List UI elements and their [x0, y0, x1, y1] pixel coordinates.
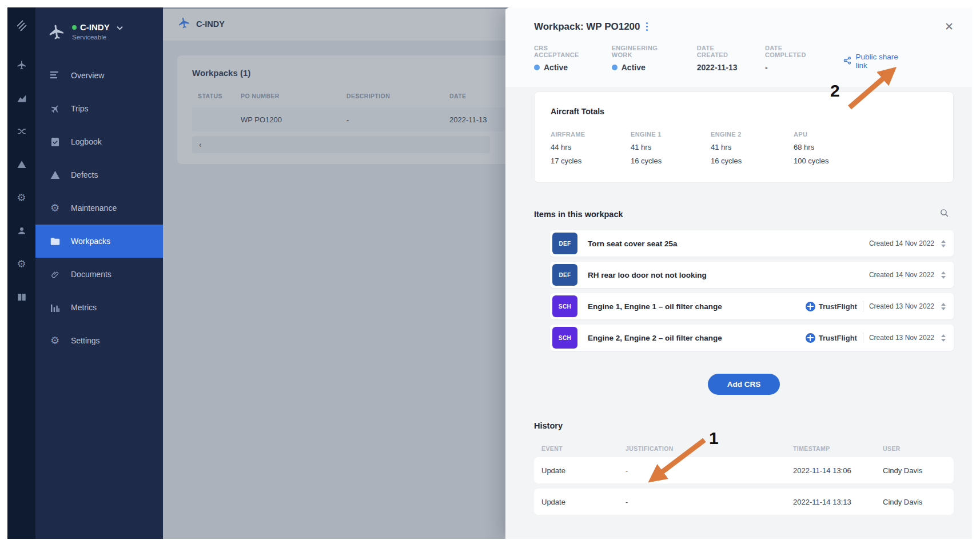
cell-user: Cindy Davis — [883, 498, 954, 506]
sidebar-nav: Overview Trips Logbook Defects ⚙ Mainten… — [35, 59, 163, 357]
cell-user: Cindy Davis — [883, 466, 954, 475]
aircraft-icon[interactable] — [17, 59, 27, 71]
active-dot — [534, 65, 540, 70]
item-created: Created 14 Nov 2022 — [869, 271, 934, 279]
aircraft-totals-title: Aircraft Totals — [551, 107, 937, 116]
divider — [863, 333, 863, 343]
sidebar-item-defects[interactable]: Defects — [35, 158, 163, 191]
people-icon[interactable] — [17, 225, 27, 237]
trustflight-plus-icon — [806, 333, 815, 343]
icon-rail: ⚙ ⚙ — [7, 7, 35, 539]
cell-po-number: WP PO1200 — [235, 115, 341, 124]
sidebar-item-logbook[interactable]: Logbook — [35, 125, 163, 158]
serviceable-dot — [72, 25, 77, 30]
cell-event: Update — [541, 466, 626, 475]
main-content: C-INDY Workpacks (1) STATUS PO NUMBER DE… — [163, 7, 505, 539]
workpack-item-row[interactable]: SCH Engine 2, Engine 2 – oil filter chan… — [550, 325, 954, 351]
scheduled-badge: SCH — [552, 295, 577, 317]
item-created: Created 13 Nov 2022 — [869, 302, 934, 310]
workpack-drawer: Workpack: WP PO1200 ✕ CRS ACCEPTANCE Act… — [505, 7, 972, 539]
reorder-chevrons-icon[interactable] — [940, 302, 947, 311]
sidebar-item-maintenance[interactable]: ⚙ Maintenance — [35, 191, 163, 225]
cell-description: - — [341, 115, 444, 124]
sidebar-item-label: Metrics — [71, 303, 97, 312]
public-share-link[interactable]: Public share link — [843, 53, 909, 70]
reorder-chevrons-icon[interactable] — [940, 239, 947, 249]
reorder-chevrons-icon[interactable] — [940, 270, 947, 280]
workpacks-table-header: STATUS PO NUMBER DESCRIPTION DATE — [192, 93, 505, 99]
col-po-number: PO NUMBER — [235, 93, 341, 99]
aircraft-name: C-INDY — [80, 22, 110, 32]
items-section-title: Items in this workpack — [534, 210, 623, 219]
sidebar-item-settings[interactable]: ⚙ Settings — [35, 324, 163, 357]
cell-justification: - — [626, 498, 793, 506]
sidebar-item-label: Defects — [71, 170, 98, 179]
aircraft-totals-card: Aircraft Totals AIRFRAME 44 hrs 17 cycle… — [534, 91, 954, 183]
totals-airframe: AIRFRAME 44 hrs 17 cycles — [551, 131, 631, 165]
trustflight-chip: TrustFlight — [806, 333, 857, 343]
performance-chart-icon[interactable] — [17, 92, 27, 104]
settings-icon: ⚙ — [49, 335, 61, 346]
sidebar-item-trips[interactable]: Trips — [35, 92, 163, 125]
sidebar-item-workpacks[interactable]: Workpacks — [35, 225, 163, 258]
warning-triangle-icon[interactable] — [17, 158, 27, 170]
pagination-prev-button[interactable]: ‹ — [192, 136, 490, 153]
search-icon[interactable] — [939, 208, 949, 220]
col-status: STATUS — [192, 93, 235, 99]
stat-engineering-work: ENGINEERING WORK Active — [612, 45, 676, 72]
sidebar-item-overview[interactable]: Overview — [35, 59, 163, 92]
shuffle-icon[interactable] — [17, 125, 27, 137]
kebab-menu-icon[interactable] — [646, 22, 648, 31]
aircraft-selector[interactable]: C-INDY Serviceable — [35, 7, 163, 43]
scheduled-badge: SCH — [552, 327, 577, 349]
active-dot — [612, 65, 618, 70]
item-title: Engine 1, Engine 1 – oil filter change — [588, 302, 722, 311]
totals-engine2: ENGINE 2 41 hrs 16 cycles — [711, 131, 794, 165]
item-title: Engine 2, Engine 2 – oil filter change — [588, 334, 722, 342]
reorder-chevrons-icon[interactable] — [940, 333, 947, 343]
col-description: DESCRIPTION — [341, 93, 444, 99]
stat-crs-acceptance: CRS ACCEPTANCE Active — [534, 45, 591, 72]
col-event: EVENT — [541, 445, 626, 452]
header-plane-icon — [177, 15, 192, 32]
chevron-down-icon — [117, 22, 123, 32]
workpack-table-row[interactable]: WP PO1200 - 2022-11-13 — [192, 107, 505, 131]
sidebar-item-label: Trips — [71, 104, 89, 113]
defects-warning-icon — [49, 170, 61, 179]
close-icon[interactable]: ✕ — [945, 20, 954, 33]
sidebar-item-documents[interactable]: Documents — [35, 258, 163, 291]
workpack-items-list: DEF Torn seat cover seat 25a Created 14 … — [534, 230, 954, 351]
workpack-item-row[interactable]: SCH Engine 1, Engine 1 – oil filter chan… — [550, 293, 954, 319]
col-justification: JUSTIFICATION — [626, 445, 793, 452]
logbook-icon — [49, 137, 61, 147]
maintenance-gear-icon[interactable]: ⚙ — [17, 191, 26, 203]
history-row: Update - 2022-11-14 13:06 Cindy Davis — [534, 457, 954, 483]
history-section: History EVENT JUSTIFICATION TIMESTAMP US… — [534, 421, 954, 515]
workpacks-folder-icon — [49, 237, 61, 246]
defect-badge: DEF — [552, 264, 577, 286]
col-date: DATE — [444, 93, 505, 99]
sidebar-item-label: Overview — [71, 71, 104, 80]
sidebar-item-label: Logbook — [71, 137, 102, 146]
sidebar-item-label: Settings — [71, 336, 100, 345]
add-crs-button[interactable]: Add CRS — [708, 374, 780, 395]
cell-justification: - — [626, 466, 793, 475]
paperclip-icon — [49, 270, 61, 279]
sidebar: C-INDY Serviceable Overview Trips Logboo… — [35, 7, 163, 539]
sidebar-item-metrics[interactable]: Metrics — [35, 291, 163, 324]
totals-apu: APU 68 hrs 100 cycles — [794, 131, 937, 165]
item-created: Created 13 Nov 2022 — [869, 334, 934, 342]
divider — [863, 301, 863, 311]
aircraft-plane-icon — [47, 22, 66, 44]
workpacks-card-title: Workpacks (1) — [192, 68, 505, 78]
defect-badge: DEF — [552, 233, 577, 254]
sidebar-item-label: Documents — [71, 270, 111, 279]
cell-event: Update — [541, 498, 626, 506]
workpack-item-row[interactable]: DEF Torn seat cover seat 25a Created 14 … — [550, 230, 954, 257]
workpack-item-row[interactable]: DEF RH rear loo door not not looking Cre… — [550, 262, 954, 288]
library-icon[interactable] — [17, 291, 27, 303]
history-table-header: EVENT JUSTIFICATION TIMESTAMP USER — [534, 445, 954, 452]
metrics-bars-icon — [49, 303, 61, 312]
cell-timestamp: 2022-11-14 13:13 — [793, 498, 883, 506]
settings-cog-icon[interactable]: ⚙ — [17, 258, 26, 270]
